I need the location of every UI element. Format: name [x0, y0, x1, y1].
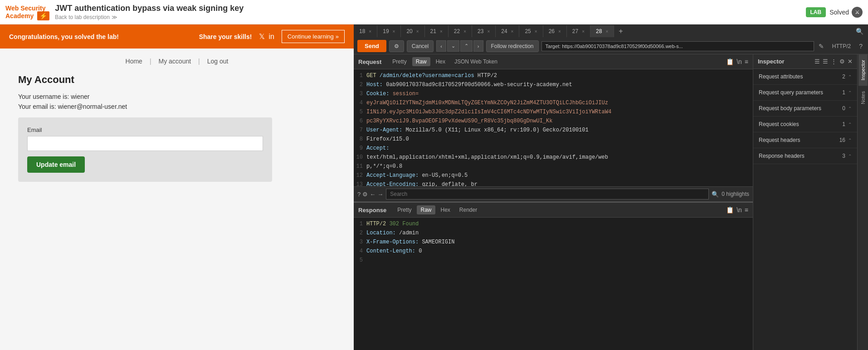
inspector-item-request-headers[interactable]: Request headers 16 ⌃ [753, 132, 857, 148]
settings-button[interactable]: ⚙ [389, 40, 404, 52]
add-tab-button[interactable]: + [614, 24, 627, 38]
response-panel-icons: 📋 \n ≡ [726, 206, 748, 214]
cancel-button[interactable]: Cancel [407, 40, 434, 52]
inspector-icon-1[interactable]: ☰ [814, 58, 820, 65]
wrap-icon[interactable]: \n [736, 58, 742, 65]
inspector-items: Request attributes 2 ⌃ Request query par… [753, 69, 857, 350]
inspector-item-request-query-params[interactable]: Request query parameters 1 ⌃ [753, 85, 857, 101]
nav-prev-button[interactable]: ‹ [436, 40, 446, 52]
solved-icon: ⚔ [852, 7, 863, 18]
email-field-label: Email [27, 126, 263, 133]
response-view-raw[interactable]: Raw [417, 205, 435, 214]
more-icon[interactable]: ≡ [745, 58, 748, 65]
side-tab-inspector[interactable]: Inspector [858, 54, 868, 86]
protocol-badge: HTTP/2 [829, 41, 854, 51]
code-line: 2 Host: 0ab900170378ad9c8170529f00d50066… [354, 80, 753, 89]
nav-home[interactable]: Home [126, 58, 142, 65]
response-view-pretty[interactable]: Pretty [394, 205, 415, 214]
inspector-item-response-headers[interactable]: Response headers 3 ⌃ [753, 148, 857, 164]
nav-up-button[interactable]: ⌃ [460, 40, 473, 52]
more-response-icon[interactable]: ≡ [745, 206, 748, 214]
email-input[interactable] [27, 136, 263, 151]
chevron-icon: ⌃ [848, 154, 852, 159]
inspector-icon-3[interactable]: ⋮ [831, 58, 837, 65]
tab-27[interactable]: 27 × [567, 25, 590, 37]
update-email-button[interactable]: Update email [27, 156, 85, 173]
response-code-area[interactable]: 1 HTTP/2 302 Found 2 Location: /admin 3 … [354, 218, 753, 350]
tab-24[interactable]: 24 × [496, 25, 519, 37]
target-url: Target: https://0ab900170378ad9c8170529f… [541, 41, 814, 51]
code-line: 3 X-Frame-Options: SAMEORIGIN [354, 238, 753, 247]
copy-response-icon[interactable]: 📋 [726, 206, 734, 214]
tab-20[interactable]: 20 × [401, 25, 424, 37]
back-link[interactable]: Back to lab description ≫ [55, 14, 244, 20]
code-line: 5 [354, 256, 753, 265]
next-result-icon[interactable]: → [377, 191, 383, 198]
burp-toolbar: Send ⚙ Cancel ‹ ⌄ ⌃ › Follow redirection… [354, 38, 868, 54]
inspector-item-request-cookies[interactable]: Request cookies 1 ⌃ [753, 117, 857, 132]
request-view-raw[interactable]: Raw [412, 57, 430, 66]
code-line: 9 Accept: [354, 144, 753, 153]
code-line: 12 Accept-Language: en-US,en;q=0.5 [354, 171, 753, 180]
copy-icon[interactable]: 📋 [726, 58, 734, 65]
tab-26[interactable]: 26 × [543, 25, 567, 37]
code-line: 6 pc3RyYXRvciJ9.BvpaOEOFl9PvXdewUS9O_rR8… [354, 117, 753, 126]
code-line: 11 p,*/*;q=0.8 [354, 162, 753, 171]
wrap-response-icon[interactable]: \n [736, 206, 742, 214]
twitter-icon[interactable]: 𝕏 [259, 32, 265, 41]
request-view-pretty[interactable]: Pretty [389, 57, 410, 66]
tab-23[interactable]: 23 × [472, 25, 496, 37]
chevron-icon: ⌃ [848, 122, 852, 127]
solved-badge: Solved ⚔ [829, 7, 863, 18]
tab-21[interactable]: 21 × [425, 25, 449, 37]
inspector-item-request-body-params[interactable]: Request body parameters 0 ⌃ [753, 101, 857, 117]
logo-icon: ⚡ [37, 11, 49, 20]
linkedin-icon[interactable]: in [268, 33, 274, 41]
request-view-hex[interactable]: Hex [432, 57, 449, 66]
request-view-jwt[interactable]: JSON Web Token [451, 57, 501, 66]
inspector-toolbar: ☰ ☰ ⋮ ⚙ ✕ [814, 58, 853, 65]
inspector-icon-4[interactable]: ⚙ [839, 58, 845, 65]
burp-content: Request Pretty Raw Hex JSON Web Token 📋 … [354, 54, 868, 350]
response-panel: Response Pretty Raw Hex Render 📋 \n ≡ [354, 203, 753, 350]
question-icon[interactable]: ? [357, 191, 361, 198]
code-line: 2 Location: /admin [354, 228, 753, 238]
help-icon[interactable]: ? [857, 41, 864, 52]
search-input[interactable] [386, 189, 709, 199]
request-title: Request [358, 58, 381, 65]
prev-result-icon[interactable]: ← [370, 191, 375, 198]
tab-28[interactable]: 28 × [590, 25, 614, 37]
follow-redirect-button[interactable]: Follow redirection [486, 40, 539, 52]
inspector-title: Inspector [758, 58, 785, 65]
inspector-item-request-attributes[interactable]: Request attributes 2 ⌃ [753, 69, 857, 85]
nav-down-button[interactable]: ⌄ [447, 40, 459, 52]
lab-title: JWT authentication bypass via weak signi… [55, 4, 244, 13]
tab-25[interactable]: 25 × [519, 25, 543, 37]
response-panel-header: Response Pretty Raw Hex Render 📋 \n ≡ [354, 203, 753, 218]
request-response-area: Request Pretty Raw Hex JSON Web Token 📋 … [354, 54, 753, 350]
code-line: 7 User-Agent: Mozilla/5.0 (X11; Linux x8… [354, 126, 753, 135]
nav-buttons: ‹ ⌄ ⌃ › [436, 40, 483, 52]
response-view-render[interactable]: Render [456, 205, 481, 214]
congrats-text: Congratulations, you solved the lab! [9, 33, 192, 40]
search-settings-icon[interactable]: ⚙ [362, 191, 368, 198]
tab-18[interactable]: 18 × [354, 25, 377, 37]
lab-body: Home | My account | Log out My Account Y… [0, 49, 354, 350]
side-tab-notes[interactable]: Notes [858, 86, 868, 110]
inspector-close-icon[interactable]: ✕ [848, 58, 853, 65]
tab-19[interactable]: 19 × [377, 25, 401, 37]
chevron-icon: ⌃ [848, 74, 852, 79]
tab-search-icon[interactable]: 🔍 [851, 25, 868, 38]
nav-next-button[interactable]: › [473, 40, 483, 52]
tab-22[interactable]: 22 × [449, 25, 472, 37]
send-button[interactable]: Send [357, 40, 386, 52]
inspector-icon-2[interactable]: ☰ [823, 58, 828, 65]
edit-icon[interactable]: ✎ [817, 41, 826, 52]
response-view-tabs: Pretty Raw Hex Render [394, 205, 726, 214]
nav-my-account[interactable]: My account [159, 58, 191, 65]
response-view-hex[interactable]: Hex [437, 205, 454, 214]
logo-area: Web Security Academy ⚡ [5, 5, 49, 20]
request-code-area[interactable]: 1 GET /admin/delete?username=carlos HTTP… [354, 69, 753, 186]
continue-learning-button[interactable]: Continue learning » [282, 30, 345, 43]
nav-logout[interactable]: Log out [207, 58, 229, 65]
